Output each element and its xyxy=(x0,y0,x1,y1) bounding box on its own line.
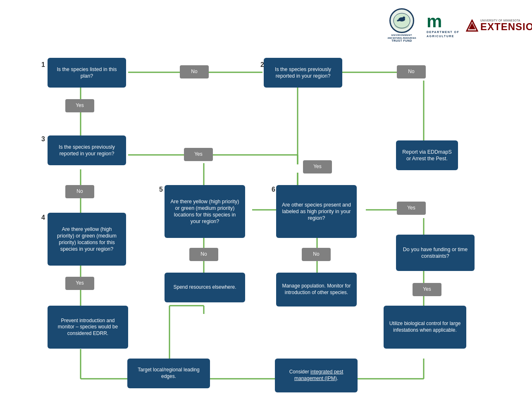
spend-node: Spend resources elsewhere. xyxy=(165,273,245,302)
page: ENVIRONMENT AND NATURAL RESOURCES TRUST … xyxy=(0,0,532,411)
no1-label: No xyxy=(180,65,209,78)
manage-node: Manage population. Monitor for introduct… xyxy=(276,273,357,306)
q7-node: Do you have funding or time constraints? xyxy=(396,235,475,271)
yes7-label: Yes xyxy=(413,283,441,296)
flowchart: 1 2 3 4 5 6 7 Is the species listed in t… xyxy=(17,50,524,403)
target-node: Target local/regional leading edges. xyxy=(127,359,210,388)
report-node: Report via EDDmapS or Arrest the Pest. xyxy=(396,140,458,170)
step-4-label: 4 xyxy=(41,214,45,221)
umn-logo: UNIVERSITY OF MINNESOTA EXTENSION xyxy=(466,19,520,32)
yes4-label: Yes xyxy=(65,277,94,290)
mda-text: DEPARTMENT OF AGRICULTURE xyxy=(427,30,459,38)
q2-node: Is the species previously reported in yo… xyxy=(264,58,342,88)
entf-circle xyxy=(389,8,414,33)
q6-node: Are other species present and labeled as… xyxy=(276,185,357,238)
step-3-label: 3 xyxy=(41,135,45,143)
entf-logo: ENVIRONMENT AND NATURAL RESOURCES TRUST … xyxy=(383,8,420,43)
step-6-label: 6 xyxy=(272,186,275,193)
step-1-label: 1 xyxy=(41,61,45,69)
edrr-node: Prevent introduction and monitor – speci… xyxy=(48,306,128,349)
step-5-label: 5 xyxy=(159,186,163,193)
yes6-label: Yes xyxy=(397,202,426,215)
no6-label: No xyxy=(302,248,331,261)
yes2-label: Yes xyxy=(303,160,332,173)
no3-label: No xyxy=(65,185,94,198)
umn-extension: EXTENSION xyxy=(480,22,532,32)
entf-text: ENVIRONMENT AND NATURAL RESOURCES TRUST … xyxy=(388,34,416,43)
yes3-label: Yes xyxy=(184,148,213,161)
bio-node: Utilize biological control for large inf… xyxy=(384,306,466,349)
header-logos: ENVIRONMENT AND NATURAL RESOURCES TRUST … xyxy=(383,8,520,43)
ipm-node: Consider integrated pest management (IPM… xyxy=(275,359,358,392)
svg-point-3 xyxy=(403,17,405,19)
no5-label: No xyxy=(189,248,218,261)
q1-node: Is the species listed in this plan? xyxy=(48,58,126,88)
q3-node: Is the species previously reported in yo… xyxy=(48,135,126,165)
yes1-label: Yes xyxy=(65,99,94,112)
ipm-link[interactable]: integrated pest management (IPM) xyxy=(294,369,343,381)
mda-logo: m DEPARTMENT OF AGRICULTURE xyxy=(425,13,462,38)
q4-node: Are there yellow (high priority) or gree… xyxy=(48,213,126,266)
q5-node: Are there yellow (high priority) or gree… xyxy=(165,185,245,238)
no2-label: No xyxy=(397,65,426,78)
